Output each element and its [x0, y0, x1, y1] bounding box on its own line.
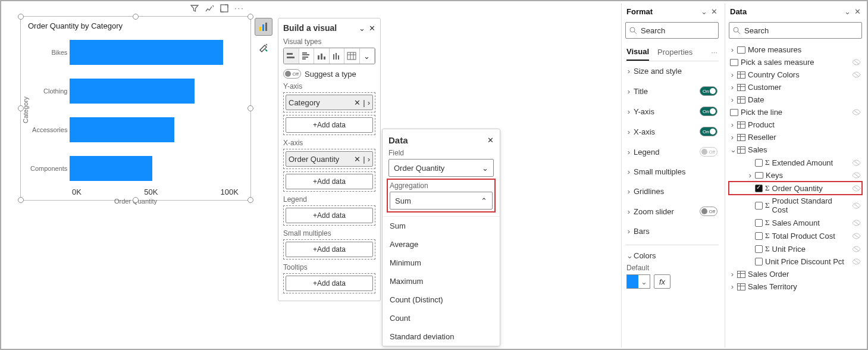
format-card-bars[interactable]: ›Bars: [625, 221, 719, 241]
build-visual-icon[interactable]: [255, 18, 272, 36]
chevron-right-icon[interactable]: ›: [730, 95, 735, 104]
chevron-right-icon[interactable]: ›: [730, 70, 735, 79]
xaxis-field-chip[interactable]: Order Quantity ✕|›: [286, 151, 373, 167]
format-card-gridlines[interactable]: ›Gridlines: [625, 182, 719, 201]
aggregation-option[interactable]: Count (Distinct): [383, 290, 500, 309]
chart-visual[interactable]: Order Quantity by Category Category Bike…: [20, 16, 251, 201]
visual-type-table[interactable]: [344, 48, 360, 64]
resize-handle[interactable]: [247, 197, 253, 203]
hidden-icon[interactable]: [852, 220, 861, 226]
hidden-icon[interactable]: [852, 172, 861, 179]
resize-handle[interactable]: [133, 14, 139, 20]
hidden-icon[interactable]: [852, 71, 861, 78]
tree-item-reseller[interactable]: ›Reseller: [729, 131, 862, 143]
add-data-button[interactable]: +Add data: [286, 276, 373, 291]
chevron-down-icon[interactable]: ⌄: [844, 7, 851, 16]
chevron-right-icon[interactable]: ›: [730, 120, 735, 129]
tree-item-keys[interactable]: ›Keys: [729, 169, 862, 182]
xaxis-well[interactable]: Order Quantity ✕|›: [283, 149, 375, 169]
filter-icon[interactable]: [190, 4, 199, 12]
chevron-right-icon[interactable]: ›: [730, 83, 735, 92]
add-data-button[interactable]: +Add data: [286, 174, 373, 189]
chevron-right-icon[interactable]: ›: [730, 45, 735, 54]
tree-item-customer[interactable]: ›Customer: [729, 81, 862, 93]
aggregation-option[interactable]: Count: [383, 309, 500, 327]
tree-item-more-measures[interactable]: ›More measures: [729, 43, 862, 56]
chevron-down-icon[interactable]: ⌄: [701, 7, 707, 16]
tree-item-sales-amount[interactable]: ΣSales Amount: [729, 216, 862, 229]
format-card-title[interactable]: ›TitleOn: [625, 81, 719, 101]
field-checkbox[interactable]: [755, 232, 763, 240]
toggle[interactable]: On: [700, 107, 717, 116]
more-options-icon[interactable]: ···: [711, 44, 717, 60]
visual-type-column[interactable]: [314, 48, 330, 64]
format-search[interactable]: Search: [625, 22, 719, 39]
resize-handle[interactable]: [18, 197, 24, 203]
aggregation-option[interactable]: Standard deviation: [383, 327, 500, 346]
close-icon[interactable]: ✕: [487, 136, 494, 145]
tree-item-product[interactable]: ›Product: [729, 118, 862, 131]
field-menu-icon[interactable]: ›: [368, 98, 370, 107]
hidden-icon[interactable]: [852, 160, 861, 166]
tree-item-unit-price[interactable]: ΣUnit Price: [729, 242, 862, 255]
tree-item-product-standard-cost[interactable]: ΣProduct Standard Cost: [729, 195, 862, 216]
tree-item-unit-price-discount-pct[interactable]: Unit Price Discount Pct: [729, 255, 862, 268]
add-data-button[interactable]: +Add data: [286, 242, 373, 257]
chevron-right-icon[interactable]: ›: [730, 282, 735, 291]
aggregation-option[interactable]: Maximum: [383, 272, 500, 290]
chevron-down-icon[interactable]: ⌄: [626, 251, 631, 260]
chevron-down-icon[interactable]: ⌄: [730, 145, 735, 154]
analyze-icon[interactable]: [205, 4, 214, 12]
visual-type-more[interactable]: ⌄: [360, 48, 375, 64]
bar[interactable]: [70, 117, 174, 142]
tab-properties[interactable]: Properties: [657, 44, 692, 60]
hidden-icon[interactable]: [852, 109, 861, 115]
remove-field-icon[interactable]: ✕: [354, 98, 361, 107]
fx-button[interactable]: fx: [654, 274, 670, 289]
aggregation-option[interactable]: Minimum: [383, 254, 500, 272]
yaxis-well[interactable]: Category ✕|›: [283, 92, 375, 112]
aggregation-dropdown[interactable]: Sum ⌃: [390, 192, 493, 210]
tree-item-sales-order[interactable]: ›Sales Order: [729, 268, 862, 280]
yaxis-field-chip[interactable]: Category ✕|›: [286, 95, 373, 110]
add-data-button[interactable]: +Add data: [286, 208, 373, 223]
chevron-right-icon[interactable]: ›: [730, 270, 735, 279]
aggregation-option[interactable]: Sum: [383, 217, 500, 235]
field-dropdown[interactable]: Order Quantity ⌄: [388, 159, 494, 177]
bar[interactable]: [70, 79, 195, 104]
format-card-y-axis[interactable]: ›Y-axisOn: [625, 101, 719, 121]
format-card-size-and-style[interactable]: ›Size and style: [625, 61, 719, 81]
tree-item-sales[interactable]: ⌄Sales: [729, 143, 862, 156]
legend-add[interactable]: +Add data: [283, 205, 375, 226]
field-checkbox[interactable]: [755, 219, 763, 227]
report-canvas[interactable]: ··· Order Quantity by Category Category …: [1, 1, 620, 349]
tree-item-pick-the-line[interactable]: Pick the line: [729, 106, 862, 118]
tooltips-add[interactable]: +Add data: [283, 273, 375, 293]
close-icon[interactable]: ✕: [711, 7, 717, 16]
hidden-icon[interactable]: [852, 258, 861, 265]
hidden-icon[interactable]: [852, 202, 861, 209]
sm-add[interactable]: +Add data: [283, 239, 375, 260]
resize-handle[interactable]: [133, 197, 139, 203]
color-swatch-dropdown[interactable]: ⌄: [626, 274, 650, 289]
remove-field-icon[interactable]: ✕: [354, 155, 361, 164]
hidden-icon[interactable]: [852, 233, 861, 239]
tree-item-sales-territory[interactable]: ›Sales Territory: [729, 280, 862, 293]
close-icon[interactable]: ✕: [854, 7, 861, 16]
chevron-right-icon[interactable]: ›: [748, 171, 753, 180]
tree-item-extended-amount[interactable]: ΣExtended Amount: [729, 156, 862, 169]
field-checkbox[interactable]: [755, 258, 763, 265]
format-visual-icon[interactable]: [255, 38, 272, 56]
field-checkbox[interactable]: [755, 159, 763, 167]
visual-type-line[interactable]: [330, 48, 345, 64]
tab-visual[interactable]: Visual: [626, 43, 649, 61]
tree-item-order-quantity[interactable]: ΣOrder Quantity: [729, 182, 862, 195]
format-card-zoom-slider[interactable]: ›Zoom sliderOff: [625, 201, 719, 221]
format-card-x-axis[interactable]: ›X-axisOn: [625, 121, 719, 142]
aggregation-option[interactable]: Average: [383, 235, 500, 254]
field-checkbox[interactable]: [755, 245, 763, 253]
focus-mode-icon[interactable]: [220, 4, 228, 12]
add-data-button[interactable]: +Add data: [286, 117, 373, 133]
data-search[interactable]: Search: [729, 22, 862, 39]
chevron-right-icon[interactable]: ›: [730, 133, 735, 142]
